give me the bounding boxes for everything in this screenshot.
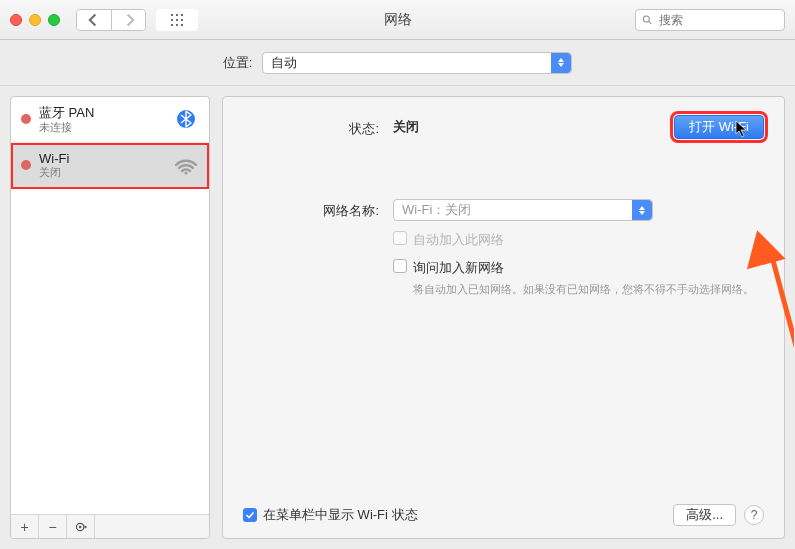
- network-item-status: 关闭: [39, 166, 165, 179]
- ask-join-checkbox-row: 询问加入新网络 将自动加入已知网络。如果没有已知网络，您将不得不手动选择网络。: [393, 259, 764, 298]
- turn-on-wifi-label: 打开 Wi-Fi: [689, 119, 749, 134]
- location-label: 位置:: [223, 54, 253, 72]
- status-label: 状态:: [243, 117, 393, 138]
- svg-rect-8: [181, 24, 183, 26]
- grid-icon: [170, 13, 184, 27]
- gear-icon: [74, 520, 88, 534]
- checkmark-icon: [245, 510, 255, 520]
- network-name-value: Wi-Fi：关闭: [402, 201, 471, 219]
- show-in-menubar-label: 在菜单栏中显示 Wi-Fi 状态: [263, 506, 418, 524]
- show-in-menubar-row: 在菜单栏中显示 Wi-Fi 状态: [243, 506, 418, 524]
- network-item-status: 未连接: [39, 121, 165, 134]
- ask-join-label: 询问加入新网络: [413, 259, 754, 277]
- svg-rect-2: [181, 14, 183, 16]
- add-network-button[interactable]: +: [11, 515, 39, 538]
- network-name-label: 网络名称:: [243, 199, 393, 220]
- search-input[interactable]: [657, 12, 778, 28]
- ask-join-checkbox[interactable]: [393, 259, 407, 273]
- status-value: 关闭: [393, 118, 419, 136]
- svg-point-9: [643, 15, 649, 21]
- auto-join-checkbox-row: 自动加入此网络: [393, 231, 764, 249]
- location-row: 位置: 自动: [0, 40, 795, 86]
- sidebar-footer: + −: [11, 514, 209, 538]
- search-icon: [642, 14, 653, 26]
- window-controls: [10, 14, 60, 26]
- ask-join-help-text: 将自动加入已知网络。如果没有已知网络，您将不得不手动选择网络。: [413, 281, 754, 298]
- network-actions-button[interactable]: [67, 515, 95, 538]
- remove-network-button[interactable]: −: [39, 515, 67, 538]
- status-dot-icon: [21, 160, 31, 170]
- status-dot-icon: [21, 114, 31, 124]
- show-in-menubar-checkbox[interactable]: [243, 508, 257, 522]
- location-select[interactable]: 自动: [262, 52, 572, 74]
- wifi-icon: [173, 154, 199, 176]
- advanced-button[interactable]: 高级...: [673, 504, 736, 526]
- svg-rect-6: [171, 24, 173, 26]
- content-footer: 在菜单栏中显示 Wi-Fi 状态 高级... ?: [243, 494, 764, 526]
- svg-rect-7: [176, 24, 178, 26]
- titlebar: 网络: [0, 0, 795, 40]
- network-item-name: 蓝牙 PAN: [39, 105, 165, 121]
- network-sidebar: 蓝牙 PAN 未连接 Wi-Fi 关闭: [10, 96, 210, 539]
- svg-point-14: [78, 525, 80, 527]
- network-list: 蓝牙 PAN 未连接 Wi-Fi 关闭: [11, 97, 209, 514]
- auto-join-checkbox[interactable]: [393, 231, 407, 245]
- svg-line-10: [649, 21, 652, 24]
- network-item-bluetooth-pan[interactable]: 蓝牙 PAN 未连接: [11, 97, 209, 143]
- chevron-updown-icon: [551, 53, 571, 73]
- forward-button[interactable]: [111, 10, 145, 30]
- svg-rect-5: [181, 19, 183, 21]
- network-item-wifi[interactable]: Wi-Fi 关闭: [11, 143, 209, 189]
- show-all-button[interactable]: [156, 9, 198, 31]
- svg-point-12: [184, 172, 187, 175]
- svg-rect-1: [176, 14, 178, 16]
- network-name-select[interactable]: Wi-Fi：关闭: [393, 199, 653, 221]
- help-button[interactable]: ?: [744, 505, 764, 525]
- chevron-updown-icon: [632, 200, 652, 220]
- turn-on-wifi-button[interactable]: 打开 Wi-Fi: [674, 115, 764, 139]
- nav-back-forward: [76, 9, 146, 31]
- close-window-button[interactable]: [10, 14, 22, 26]
- search-field[interactable]: [635, 9, 785, 31]
- svg-rect-0: [171, 14, 173, 16]
- location-value: 自动: [271, 54, 297, 72]
- minimize-window-button[interactable]: [29, 14, 41, 26]
- main: 蓝牙 PAN 未连接 Wi-Fi 关闭: [0, 86, 795, 549]
- svg-rect-4: [176, 19, 178, 21]
- network-item-name: Wi-Fi: [39, 151, 165, 167]
- content-panel: 状态: 关闭 打开 Wi-Fi 网络名称: Wi-Fi：关闭: [222, 96, 785, 539]
- bluetooth-icon: [173, 108, 199, 130]
- maximize-window-button[interactable]: [48, 14, 60, 26]
- svg-rect-3: [171, 19, 173, 21]
- back-button[interactable]: [77, 10, 111, 30]
- auto-join-label: 自动加入此网络: [413, 231, 504, 249]
